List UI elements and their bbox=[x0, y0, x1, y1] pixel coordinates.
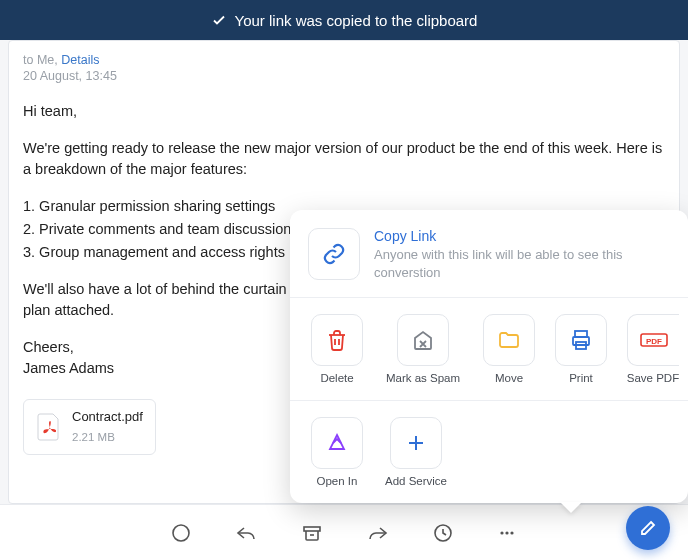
toast-text: Your link was copied to the clipboard bbox=[235, 12, 478, 29]
attachment-chip[interactable]: Contract.pdf 2.21 MB bbox=[23, 399, 156, 455]
greeting: Hi team, bbox=[23, 101, 665, 122]
copy-link-row[interactable]: Copy Link Anyone with this link will be … bbox=[290, 210, 688, 297]
print-icon bbox=[555, 314, 607, 366]
attachment-name: Contract.pdf bbox=[72, 408, 143, 427]
snooze-icon[interactable] bbox=[433, 523, 453, 543]
move-action[interactable]: Move bbox=[480, 314, 538, 384]
pencil-icon bbox=[639, 519, 657, 537]
date-line: 20 August, 13:45 bbox=[23, 69, 665, 83]
svg-rect-7 bbox=[304, 527, 320, 531]
bottom-toolbar bbox=[0, 504, 688, 560]
intro-paragraph: We're getting ready to release the new m… bbox=[23, 138, 665, 180]
pdf-badge-icon: PDF bbox=[627, 314, 679, 366]
copy-link-title: Copy Link bbox=[374, 228, 670, 244]
svg-point-9 bbox=[500, 531, 503, 534]
folder-icon bbox=[483, 314, 535, 366]
more-icon[interactable] bbox=[497, 523, 517, 543]
forward-icon[interactable] bbox=[367, 523, 389, 543]
compose-fab[interactable] bbox=[626, 506, 670, 550]
to-prefix: to Me, bbox=[23, 53, 58, 67]
svg-point-11 bbox=[510, 531, 513, 534]
spam-action[interactable]: Mark as Spam bbox=[380, 314, 466, 384]
svg-point-10 bbox=[505, 531, 508, 534]
pdf-icon bbox=[36, 412, 62, 442]
archive-icon[interactable] bbox=[301, 523, 323, 543]
add-service-action[interactable]: Add Service bbox=[380, 417, 452, 487]
open-in-action[interactable]: Open In bbox=[308, 417, 366, 487]
openin-icon bbox=[311, 417, 363, 469]
reply-icon[interactable] bbox=[235, 523, 257, 543]
trash-icon bbox=[311, 314, 363, 366]
plus-icon bbox=[390, 417, 442, 469]
link-icon bbox=[308, 228, 360, 280]
clipboard-toast: Your link was copied to the clipboard bbox=[0, 0, 688, 40]
copy-link-desc: Anyone with this link will be able to se… bbox=[374, 246, 670, 281]
details-link[interactable]: Details bbox=[61, 53, 99, 67]
print-action[interactable]: Print bbox=[552, 314, 610, 384]
svg-text:PDF: PDF bbox=[646, 337, 662, 346]
actions-row-2: Open In Add Service bbox=[290, 401, 688, 503]
delete-action[interactable]: Delete bbox=[308, 314, 366, 384]
svg-point-6 bbox=[173, 525, 189, 541]
circle-button[interactable] bbox=[171, 523, 191, 543]
actions-row-1: Delete Mark as Spam Move Print PDF Save … bbox=[290, 298, 688, 400]
actions-popover: Copy Link Anyone with this link will be … bbox=[290, 210, 688, 503]
check-icon bbox=[211, 12, 227, 28]
attachment-size: 2.21 MB bbox=[72, 429, 143, 446]
spam-icon bbox=[397, 314, 449, 366]
save-pdf-action[interactable]: PDF Save PDF bbox=[624, 314, 682, 384]
recipients-line: to Me, Details bbox=[23, 53, 665, 67]
